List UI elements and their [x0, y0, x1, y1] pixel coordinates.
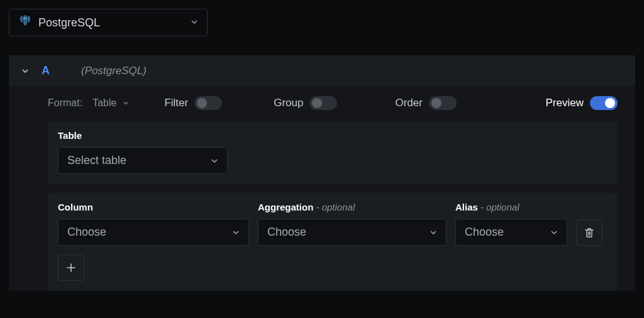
- query-panel: A (PostgreSQL) Format: Table Filter Grou…: [9, 55, 635, 291]
- aggregation-group: Aggregation - optional Choose: [258, 202, 447, 246]
- filter-label: Filter: [164, 97, 188, 109]
- order-label: Order: [395, 97, 422, 109]
- filter-toggle-group: Filter: [164, 96, 222, 110]
- aggregation-placeholder: Choose: [267, 226, 306, 239]
- aggregation-label-text: Aggregation: [258, 202, 313, 212]
- chevron-down-icon: [191, 17, 198, 28]
- columns-row: Column Choose Aggregation - optional Cho…: [58, 202, 608, 246]
- collapse-toggle[interactable]: [20, 66, 30, 76]
- table-select[interactable]: Select table: [58, 147, 228, 174]
- chevron-down-icon: [232, 229, 240, 236]
- format-label: Format:: [48, 97, 82, 109]
- trash-icon: [584, 227, 595, 238]
- query-source-name: (PostgreSQL): [81, 65, 147, 77]
- alias-placeholder: Choose: [465, 226, 504, 239]
- table-section: Table Select table: [48, 121, 618, 184]
- query-letter[interactable]: A: [42, 64, 50, 77]
- order-toggle-group: Order: [395, 96, 456, 110]
- group-toggle-group: Group: [274, 96, 337, 110]
- alias-select[interactable]: Choose: [455, 219, 567, 246]
- format-select[interactable]: Table: [92, 97, 129, 109]
- postgresql-elephant-icon: [18, 14, 32, 31]
- columns-section: Column Choose Aggregation - optional Cho…: [48, 193, 618, 291]
- aggregation-label: Aggregation - optional: [258, 202, 447, 212]
- chevron-down-icon: [550, 229, 558, 236]
- query-toolbar: Format: Table Filter Group Order Preview: [9, 86, 635, 121]
- group-switch[interactable]: [309, 96, 337, 110]
- aggregation-select[interactable]: Choose: [258, 219, 447, 246]
- datasource-picker-left: PostgreSQL: [18, 14, 100, 31]
- alias-label: Alias - optional: [455, 202, 567, 212]
- alias-label-text: Alias: [455, 202, 478, 212]
- query-header: A (PostgreSQL): [9, 55, 635, 86]
- delete-row-button[interactable]: [576, 219, 602, 246]
- alias-optional-suffix: - optional: [478, 202, 519, 212]
- column-group: Column Choose: [58, 202, 249, 246]
- table-placeholder: Select table: [67, 154, 126, 167]
- preview-toggle-group: Preview: [546, 96, 618, 110]
- plus-icon: [65, 262, 77, 273]
- preview-switch[interactable]: [590, 96, 618, 110]
- svg-point-0: [23, 18, 25, 19]
- format-value: Table: [92, 97, 116, 109]
- column-placeholder: Choose: [67, 226, 106, 239]
- datasource-name: PostgreSQL: [38, 16, 100, 30]
- filter-switch[interactable]: [194, 96, 222, 110]
- group-label: Group: [274, 97, 303, 109]
- add-row-button[interactable]: [58, 255, 84, 281]
- chevron-down-icon: [430, 229, 437, 236]
- column-label: Column: [58, 202, 249, 212]
- column-select[interactable]: Choose: [58, 219, 249, 246]
- chevron-down-icon: [211, 157, 218, 165]
- preview-label: Preview: [546, 97, 584, 109]
- chevron-down-icon: [123, 100, 129, 106]
- svg-point-1: [26, 18, 27, 19]
- order-switch[interactable]: [429, 96, 457, 110]
- datasource-picker[interactable]: PostgreSQL: [9, 9, 208, 36]
- alias-group: Alias - optional Choose: [455, 202, 567, 246]
- table-label: Table: [58, 130, 608, 141]
- aggregation-optional-suffix: - optional: [313, 202, 355, 212]
